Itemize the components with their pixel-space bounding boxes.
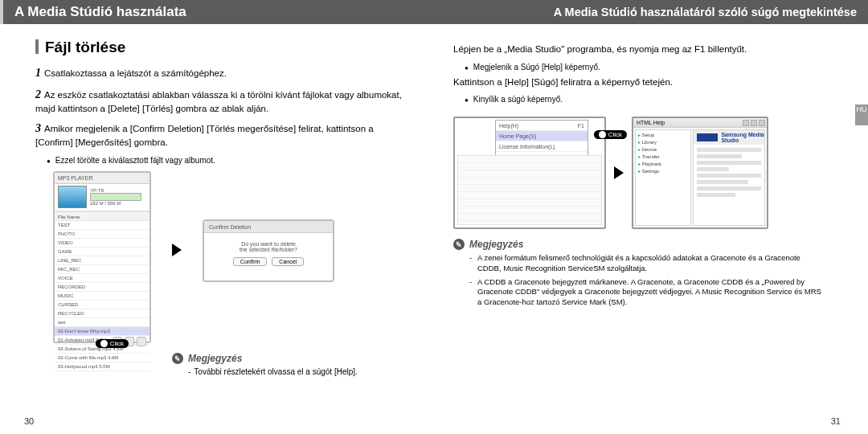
mp3-row: VIDEO xyxy=(55,239,149,248)
samsung-logo-icon xyxy=(697,133,718,141)
confirm-message: Do you want to delete the selected file/… xyxy=(204,233,333,257)
tree-node: Library xyxy=(638,139,688,146)
note-text-left: További részletekért olvassa el a súgót … xyxy=(194,367,357,376)
mp3-panel-wrap: MP3 PLAYER YP-T8 182 M / 509 M File Name… xyxy=(53,171,151,343)
menu-item-homepage: Home Page(S) xyxy=(496,131,588,141)
menu-item-license: License Information(L) xyxy=(496,141,588,152)
menu-item-label: License Information(L) xyxy=(499,144,555,149)
section-title: Fájl törlése xyxy=(35,39,411,56)
arrow-right-icon xyxy=(614,166,624,179)
page-right: A Media Stúdió használatáról szóló súgó … xyxy=(434,0,868,434)
mp3-row: TEST xyxy=(55,221,149,230)
step-1: 1Csatlakoztassa a lejátszót a számítógép… xyxy=(35,66,411,81)
mp3-row: MIC_REC xyxy=(55,265,149,274)
header-left: A Media Stúdió használata xyxy=(0,0,434,24)
close-icon xyxy=(759,120,765,126)
note-label-left: Megjegyzés xyxy=(188,353,242,364)
app-grid-placeholder xyxy=(457,155,602,225)
figures-right: Help(H)F1 Home Page(S) License Informati… xyxy=(453,117,823,229)
tree-node: Settings xyxy=(638,168,688,175)
app-window: Help(H)F1 Home Page(S) License Informati… xyxy=(453,117,606,229)
note-label-right: Megjegyzés xyxy=(469,239,523,250)
note-icon: ✎ xyxy=(172,353,183,364)
mp3-row: LINE_REC xyxy=(55,256,149,265)
language-tab: HU xyxy=(855,104,868,125)
help-content-pane: Samsung Media Studio xyxy=(693,129,765,226)
cancel-button: Cancel xyxy=(272,257,304,266)
confirm-msg-1: Do you want to delete xyxy=(207,241,330,247)
confirm-dialog: Confirm Deletion Do you want to delete t… xyxy=(203,219,334,282)
device-icon xyxy=(58,186,87,208)
mp3-row: VOICE xyxy=(55,274,149,283)
mp3-row: RECORDED xyxy=(55,283,149,292)
page-spread: A Media Stúdió használata Fájl törlése 1… xyxy=(0,0,868,434)
page-number-right: 31 xyxy=(831,416,841,426)
page-number-left: 30 xyxy=(24,416,34,426)
help-window-title: HTML Help xyxy=(637,118,665,128)
arrow-right-icon xyxy=(172,244,182,256)
right-bullet-1: Megjelenik a Súgó [Help] képernyő. xyxy=(465,63,823,72)
tree-node: Setup xyxy=(638,132,688,139)
max-icon xyxy=(751,120,757,126)
figures-left: MP3 PLAYER YP-T8 182 M / 509 M File Name… xyxy=(53,171,411,343)
min-icon xyxy=(743,120,749,126)
note-item: A CDDB a Gracenote bejegyzett márkaneve.… xyxy=(469,277,823,308)
mp3-row-selected: 02-Don't know Why.mp3 xyxy=(55,327,149,336)
note-heading-right: ✎ Megjegyzés xyxy=(453,239,823,250)
mp3-player-panel: MP3 PLAYER YP-T8 182 M / 509 M File Name… xyxy=(53,171,151,343)
help-window: HTML Help Setup Library Device Transfer … xyxy=(632,117,768,229)
note-heading-left: ✎ Megjegyzés xyxy=(172,353,411,364)
click-badge: Click xyxy=(96,339,129,348)
step-3: 3Amikor megjelenik a [Confirm Deletion] … xyxy=(35,121,411,149)
header-right: A Media Stúdió használatáról szóló súgó … xyxy=(434,0,868,24)
menu-shortcut: F1 xyxy=(578,121,584,131)
help-tree: Setup Library Device Transfer Playback S… xyxy=(635,129,691,226)
note-item: A zenei formátum felismerő technológiát … xyxy=(469,253,823,274)
menu-item-label: Home Page(S) xyxy=(499,133,536,139)
help-logo-text: Samsung Media Studio xyxy=(721,132,764,143)
mp3-device-info: YP-T8 182 M / 509 M xyxy=(90,188,141,206)
section-bar-icon xyxy=(35,39,39,54)
confirm-msg-2: the selected file/folder? xyxy=(207,247,330,252)
header-right-title: A Media Stúdió használatáról szóló súgó … xyxy=(554,6,857,18)
note-body-left: -További részletekért olvassa el a súgót… xyxy=(188,367,411,376)
menu-item-help: Help(H)F1 xyxy=(496,121,588,131)
step-1-text: Csatlakoztassa a lejátszót a számítógéph… xyxy=(44,68,227,78)
mp3-row: 02-Come with Me.mp3 4.6M xyxy=(55,354,149,362)
mp3-row: test xyxy=(55,318,149,327)
step-3-result: Ezzel törölte a kiválasztott fájlt vagy … xyxy=(47,156,411,165)
mp3-row: 03-Hollywood.mp3 5.0M xyxy=(55,362,149,371)
confirm-buttons: Confirm Cancel xyxy=(204,257,333,266)
note-icon: ✎ xyxy=(453,239,465,250)
help-titlebar: HTML Help xyxy=(633,118,767,128)
menu-item-label: Help(H) xyxy=(499,123,518,129)
tree-node: Device xyxy=(638,146,688,154)
mp3-row: PHOTO xyxy=(55,230,149,239)
step-2: 2Az eszköz csatlakoztatási ablakban vála… xyxy=(35,88,411,115)
mp3-progress-text: 182 M / 509 M xyxy=(90,201,141,206)
section-title-text: Fájl törlése xyxy=(45,39,125,55)
note-list-right: A zenei formátum felismerő technológiát … xyxy=(469,253,823,308)
help-logo: Samsung Media Studio xyxy=(694,130,764,145)
click-badge: Click xyxy=(594,130,627,139)
mp3-row: CURSED xyxy=(55,301,149,309)
header-left-title: A Media Stúdió használata xyxy=(14,4,186,20)
mp3-progress-bar xyxy=(90,193,141,201)
step-3-text: Amikor megjelenik a [Confirm Deletion] [… xyxy=(35,124,374,147)
mp3-row: RECYCLED xyxy=(55,309,149,318)
content-right: Lépjen be a „Media Studio" programba, és… xyxy=(434,24,868,308)
mp3-column-header: File Name xyxy=(55,211,149,221)
confirm-title: Confirm Deletion xyxy=(204,221,333,233)
step-2-text: Az eszköz csatlakoztatási ablakban válas… xyxy=(35,90,402,113)
tree-node: Transfer xyxy=(638,154,688,161)
help-text-placeholder xyxy=(694,145,764,203)
right-line-2: Kattintson a [Help] [Súgó] feliratra a k… xyxy=(453,76,823,89)
right-bullet-2: Kinyílik a súgó képernyő. xyxy=(465,95,823,104)
tree-node: Playback xyxy=(638,161,688,168)
page-left: A Media Stúdió használata Fájl törlése 1… xyxy=(0,0,434,434)
right-line-1: Lépjen be a „Media Studio" programba, és… xyxy=(453,43,823,56)
mp3-title: MP3 PLAYER xyxy=(55,173,149,184)
mp3-device-row: YP-T8 182 M / 509 M xyxy=(55,184,149,211)
content-left: Fájl törlése 1Csatlakoztassa a lejátszót… xyxy=(0,24,434,376)
mp3-row: GAME xyxy=(55,248,149,256)
